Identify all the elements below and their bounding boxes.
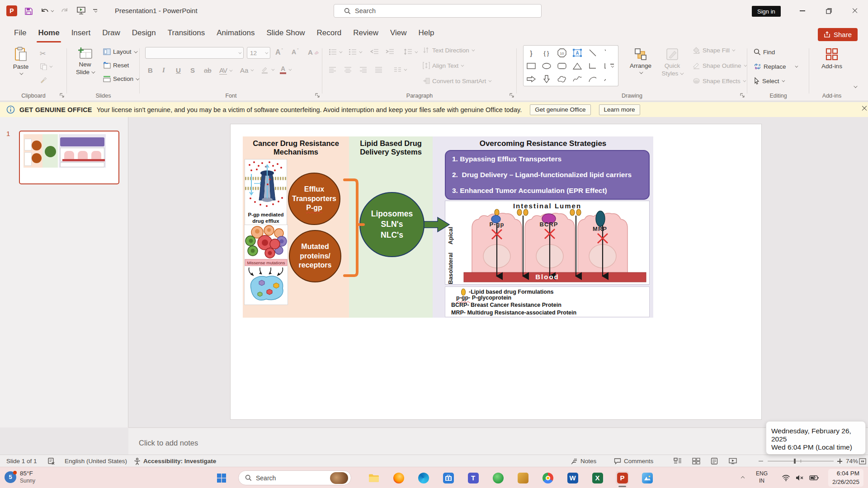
intestinal-lumen-diagram[interactable]: Intestinal Lumen Apical Basolateral [445, 201, 650, 285]
strategies-box[interactable]: 1. Bypassing Efflux Transporters 2. Drug… [445, 150, 650, 200]
convert-to-smartart-button[interactable]: Convert to SmartArt [423, 77, 491, 84]
layout-button[interactable]: Layout [103, 48, 137, 55]
reading-view-button[interactable] [711, 455, 718, 467]
font-name-combo[interactable] [145, 47, 244, 59]
firefox-icon[interactable] [392, 471, 405, 484]
store-icon[interactable] [442, 471, 455, 484]
restore-button[interactable] [816, 0, 842, 22]
weather-widget[interactable]: 5 85°FSunny [5, 470, 35, 484]
hidden-icons-chevron[interactable] [736, 471, 749, 484]
title-search-box[interactable]: Search [334, 4, 542, 18]
shape-right-brace[interactable]: } [524, 47, 538, 59]
mutated-cells-image[interactable]: Missense mutations [244, 225, 288, 305]
tab-slide-show[interactable]: Slide Show [260, 22, 311, 44]
undo-button[interactable] [40, 7, 53, 15]
zoom-slider[interactable] [768, 455, 834, 467]
liposomes-circle[interactable]: Liposomes SLN's NLC's [359, 192, 425, 257]
format-painter-button[interactable] [40, 76, 47, 84]
start-slideshow-button[interactable] [76, 6, 86, 15]
slide-thumbnail[interactable] [19, 131, 119, 184]
strikethrough-button[interactable]: ab [204, 66, 212, 74]
comments-toggle-button[interactable]: Comments [614, 455, 653, 467]
shape-down-block-arrow[interactable] [540, 73, 553, 85]
language-switcher[interactable]: ENGIN [756, 470, 768, 484]
arrange-button[interactable]: Arrange [626, 47, 656, 74]
quick-styles-button[interactable]: Quick Styles [658, 47, 686, 78]
zoom-in-button[interactable] [837, 455, 842, 467]
search-highlight-image[interactable] [330, 472, 348, 484]
find-button[interactable]: Find [754, 48, 775, 56]
shape-outline-button[interactable]: Shape Outline [693, 62, 746, 69]
shape-braces[interactable]: { } [540, 47, 553, 59]
align-left-button[interactable] [329, 66, 336, 73]
shape-effects-button[interactable]: Shape Effects [693, 77, 745, 84]
save-button[interactable] [24, 7, 33, 15]
diagram-legend[interactable]: -Lipid based drug Formulations p-gp- P-g… [445, 286, 650, 317]
volume-muted-icon[interactable] [793, 471, 806, 484]
battery-icon[interactable] [807, 471, 821, 484]
underline-button[interactable]: U [176, 66, 181, 74]
tab-view[interactable]: View [384, 22, 413, 44]
align-text-button[interactable]: Align Text [423, 62, 463, 69]
align-right-button[interactable] [359, 66, 367, 73]
font-dialog-launcher[interactable] [314, 92, 321, 99]
select-button[interactable]: Select [754, 77, 784, 84]
file-explorer-icon[interactable] [367, 471, 380, 484]
tab-record[interactable]: Record [311, 22, 347, 44]
panel-resistance-mechanisms[interactable]: Cancer Drug Resistance Mechanisms [243, 136, 349, 318]
shapes-gallery-more-button[interactable] [606, 45, 618, 86]
clear-formatting-button[interactable]: A [308, 48, 319, 56]
shape-decagon[interactable]: 10 [555, 47, 569, 59]
shape-elbow-connector[interactable] [586, 60, 599, 72]
tab-design[interactable]: Design [126, 22, 162, 44]
paragraph-dialog-launcher[interactable] [509, 92, 515, 99]
shape-fill-button[interactable]: Shape Fill [693, 47, 734, 54]
text-shadow-button[interactable]: S [190, 66, 195, 74]
collapse-ribbon-button[interactable] [854, 85, 856, 88]
slide-sorter-view-button[interactable] [692, 455, 700, 467]
addins-button[interactable]: Add-ins [819, 47, 844, 70]
shape-text-box[interactable]: A [571, 47, 584, 59]
decrease-indent-button[interactable] [370, 48, 379, 55]
highlight-color-button[interactable] [261, 66, 274, 74]
minimize-button[interactable] [789, 0, 816, 22]
powerpoint-taskbar-icon[interactable]: P [616, 471, 629, 484]
paste-button[interactable]: Paste [9, 47, 33, 75]
cut-button[interactable]: ✂ [40, 49, 46, 58]
line-spacing-button[interactable] [404, 48, 417, 56]
change-case-button[interactable]: Aa [240, 66, 253, 74]
shape-triangle[interactable] [571, 60, 584, 72]
get-genuine-office-button[interactable]: Get genuine Office [530, 104, 590, 115]
tab-animations[interactable]: Animations [211, 22, 260, 44]
font-size-combo[interactable]: 12 [247, 47, 270, 59]
shape-arc[interactable] [586, 73, 599, 85]
panel-overcoming-resistance[interactable]: Overcoming Resistance Strategies 1. Bypa… [433, 136, 653, 318]
reset-button[interactable]: Reset [103, 62, 129, 69]
zoom-out-button[interactable] [759, 455, 763, 467]
increase-indent-button[interactable] [386, 48, 394, 55]
shape-rectangle[interactable] [524, 60, 538, 72]
new-slide-button[interactable]: New Slide [72, 47, 98, 76]
clipboard-dialog-launcher[interactable] [59, 92, 65, 99]
panel-lipid-delivery[interactable]: Lipid Based Drug Delivery Systems Liposo… [349, 136, 433, 318]
replace-button[interactable]: bc Replace [754, 63, 797, 70]
amber-app-icon[interactable] [516, 471, 529, 484]
numbering-button[interactable] [349, 48, 361, 56]
tab-review[interactable]: Review [347, 22, 384, 44]
fit-slide-button[interactable] [859, 455, 866, 467]
taskbar-search-box[interactable]: Search [238, 470, 351, 485]
chrome-icon[interactable] [541, 471, 554, 484]
start-button[interactable] [215, 471, 228, 484]
pgp-efflux-image[interactable]: P-gp mediated drug efflux [245, 159, 287, 227]
bold-button[interactable]: B [148, 66, 153, 74]
sign-in-button[interactable]: Sign in [752, 6, 781, 17]
zoom-slider-thumb[interactable] [794, 459, 796, 464]
edge-icon[interactable] [417, 471, 430, 484]
shape-flowchart[interactable] [555, 73, 569, 85]
wifi-icon[interactable] [779, 471, 793, 484]
word-icon[interactable]: W [566, 471, 579, 484]
shape-rounded-rectangle[interactable] [555, 60, 569, 72]
text-direction-button[interactable]: Text Direction [423, 47, 474, 54]
shape-right-block-arrow[interactable] [524, 73, 538, 85]
drawing-dialog-launcher[interactable] [739, 92, 745, 99]
